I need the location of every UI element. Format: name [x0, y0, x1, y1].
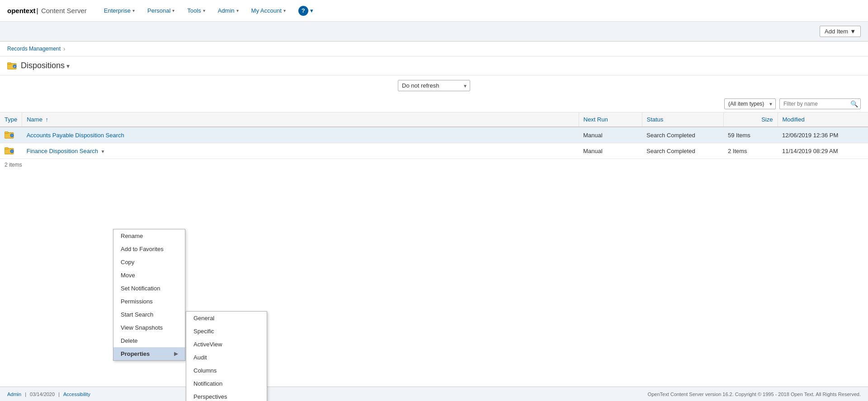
footer-date: 03/14/2020: [30, 392, 55, 397]
col-status[interactable]: Status: [642, 112, 723, 127]
add-item-button[interactable]: Add Item ▼: [820, 26, 861, 37]
footer-admin[interactable]: Admin: [7, 392, 21, 397]
filter-input-wrapper: 🔍: [779, 98, 861, 109]
nav-enterprise[interactable]: Enterprise ▾: [98, 0, 141, 22]
toolbar: Add Item ▼: [0, 22, 868, 42]
table-row: Accounts Payable Disposition Search Manu…: [0, 127, 868, 143]
svg-point-9: [10, 149, 14, 153]
submenu-arrow-icon: ▶: [174, 351, 178, 357]
refresh-wrapper: Do not refresh Every 30 seconds Every mi…: [398, 80, 470, 91]
breadcrumb-records-management[interactable]: Records Management: [7, 46, 61, 52]
page-header: ✓ Dispositions ▾: [0, 56, 868, 75]
disposition-search-icon: [5, 147, 14, 155]
nav-tools[interactable]: Tools ▾: [181, 0, 211, 22]
svg-rect-1: [7, 62, 11, 64]
row1-next-run: Manual: [579, 127, 642, 143]
row2-modified: 11/14/2019 08:29 AM: [778, 143, 868, 159]
help-icon: ?: [298, 6, 308, 16]
col-modified[interactable]: Modified: [778, 112, 868, 127]
row2-status: Search Completed: [642, 143, 723, 159]
ctx-set-notification[interactable]: Set Notification: [113, 282, 185, 295]
page-title-chevron-icon[interactable]: ▾: [66, 62, 70, 70]
svg-text:✓: ✓: [14, 65, 15, 68]
row2-name: Finance Disposition Search ▼: [22, 143, 579, 159]
refresh-select[interactable]: Do not refresh Every 30 seconds Every mi…: [398, 80, 470, 91]
footer-separator: |: [25, 392, 26, 397]
footer: Admin | 03/14/2020 | Accessibility OpenT…: [0, 387, 868, 401]
row2-next-run: Manual: [579, 143, 642, 159]
ctx-move[interactable]: Move: [113, 269, 185, 282]
submenu-columns[interactable]: Columns: [186, 364, 267, 377]
top-navigation: opentext| Content Server Enterprise ▾ Pe…: [0, 0, 868, 22]
filter-by-name-input[interactable]: [779, 98, 861, 109]
row2-name-link[interactable]: Finance Disposition Search: [27, 148, 98, 154]
submenu-activeview[interactable]: ActiveView: [186, 338, 267, 351]
col-name[interactable]: Name ↑: [22, 112, 579, 127]
submenu-specific[interactable]: Specific: [186, 325, 267, 338]
breadcrumb-separator: ›: [63, 45, 66, 52]
ctx-delete[interactable]: Delete: [113, 334, 185, 347]
ctx-start-search[interactable]: Start Search: [113, 308, 185, 321]
row1-size: 59 Items: [723, 127, 778, 143]
ctx-properties[interactable]: Properties ▶: [113, 347, 185, 360]
row2-type: [0, 143, 22, 159]
properties-submenu: General Specific ActiveView Audit Column…: [186, 311, 267, 401]
footer-copyright: OpenText Content Server version 16.2. Co…: [648, 392, 861, 397]
row1-type: [0, 127, 22, 143]
submenu-perspectives[interactable]: Perspectives: [186, 390, 267, 401]
search-icon: 🔍: [850, 100, 858, 107]
ctx-rename[interactable]: Rename: [113, 229, 185, 242]
col-type[interactable]: Type: [0, 112, 22, 127]
items-count: 2 items: [0, 159, 868, 171]
row1-status: Search Completed: [642, 127, 723, 143]
nav-my-account[interactable]: My Account ▾: [245, 0, 292, 22]
svg-rect-5: [5, 132, 8, 134]
chevron-down-icon: ▾: [310, 7, 313, 14]
table-container: Type Name ↑ Next Run Status Size Modifie…: [0, 112, 868, 171]
breadcrumb: Records Management ›: [0, 42, 868, 56]
chevron-down-icon: ▾: [283, 8, 286, 13]
nav-help[interactable]: ? ▾: [292, 0, 320, 22]
item-type-select[interactable]: (All item types): [724, 98, 776, 109]
logo: opentext| Content Server: [7, 7, 87, 14]
chevron-down-icon: ▾: [236, 8, 239, 13]
table-row: Finance Disposition Search ▼ Manual Sear…: [0, 143, 868, 159]
refresh-bar: Do not refresh Every 30 seconds Every mi…: [0, 75, 868, 96]
row1-name-link[interactable]: Accounts Payable Disposition Search: [27, 132, 124, 139]
row1-modified: 12/06/2019 12:36 PM: [778, 127, 868, 143]
nav-admin[interactable]: Admin ▾: [212, 0, 245, 22]
chevron-down-icon: ▾: [132, 8, 135, 13]
submenu-notification[interactable]: Notification: [186, 377, 267, 390]
footer-separator2: |: [58, 392, 60, 397]
ctx-copy[interactable]: Copy: [113, 256, 185, 269]
logo-brand: opentext: [7, 7, 36, 14]
chevron-down-icon: ▾: [172, 8, 175, 13]
submenu-general[interactable]: General: [186, 312, 267, 325]
svg-point-6: [10, 134, 14, 137]
items-table: Type Name ↑ Next Run Status Size Modifie…: [0, 112, 868, 159]
filter-bar: (All item types) ▼ 🔍: [0, 96, 868, 112]
nav-menu: Enterprise ▾ Personal ▾ Tools ▾ Admin ▾ …: [98, 0, 861, 22]
row2-size: 2 Items: [723, 143, 778, 159]
table-header-row: Type Name ↑ Next Run Status Size Modifie…: [0, 112, 868, 127]
ctx-permissions[interactable]: Permissions: [113, 295, 185, 308]
sort-asc-icon: ↑: [46, 116, 49, 123]
ctx-add-to-favorites[interactable]: Add to Favorites: [113, 242, 185, 256]
row2-dropdown-chevron-icon[interactable]: ▼: [101, 149, 105, 154]
ctx-view-snapshots[interactable]: View Snapshots: [113, 321, 185, 334]
chevron-down-icon: ▼: [850, 28, 856, 35]
row1-name: Accounts Payable Disposition Search: [22, 127, 579, 143]
page-title: Dispositions ▾: [21, 61, 70, 70]
logo-product: Content Server: [41, 7, 87, 14]
dispositions-folder-icon: ✓: [7, 62, 17, 70]
item-type-wrapper: (All item types) ▼: [724, 98, 776, 109]
footer-accessibility-link[interactable]: Accessibility: [63, 392, 90, 397]
col-next-run[interactable]: Next Run: [579, 112, 642, 127]
svg-rect-8: [5, 148, 8, 149]
chevron-down-icon: ▾: [203, 8, 205, 13]
disposition-search-icon: [5, 131, 14, 139]
col-size[interactable]: Size: [723, 112, 778, 127]
context-menu: Rename Add to Favorites Copy Move Set No…: [113, 229, 185, 361]
nav-personal[interactable]: Personal ▾: [141, 0, 181, 22]
submenu-audit[interactable]: Audit: [186, 351, 267, 364]
